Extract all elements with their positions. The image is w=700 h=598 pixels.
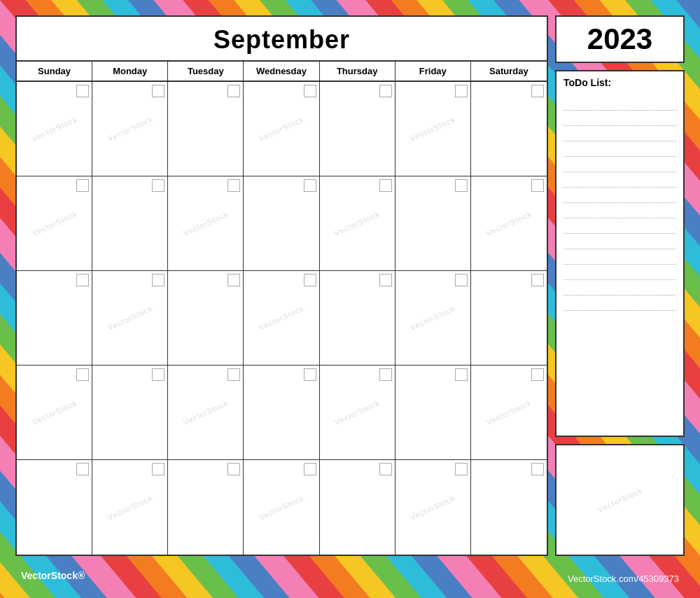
todo-line[interactable] [564,265,676,280]
cell-corner [304,274,316,286]
cell-corner [531,368,544,381]
calendar-cell[interactable]: VectorStock [92,271,168,365]
cell-corner [455,85,468,97]
todo-line[interactable] [564,280,676,295]
calendar-cell[interactable]: VectorStock [17,176,92,270]
calendar-cell[interactable] [168,82,244,176]
watermark: VectorStock [485,209,533,237]
watermark: VectorStock [409,493,456,521]
cell-corner [455,463,468,475]
calendar-cell[interactable]: VectorStock [244,460,319,555]
cell-corner [152,85,164,97]
watermark: VectorStock [182,209,230,237]
day-header-wednesday: Wednesday [244,62,319,81]
calendar-grid: VectorStock VectorStock VectorStock Vect… [17,82,547,555]
todo-box: ToDo List: [555,70,685,437]
calendar-cell[interactable]: VectorStock [17,82,92,176]
cell-corner [304,368,316,381]
cell-corner [455,368,468,381]
todo-line[interactable] [564,188,676,203]
calendar-cell[interactable] [471,82,547,176]
calendar-cell[interactable]: VectorStock [396,271,471,365]
notes-box[interactable]: VectorStock [555,444,685,556]
calendar-row-5: VectorStock VectorStock VectorStock [17,460,547,555]
calendar-section: September Sunday Monday Tuesday Wednesda… [15,15,548,556]
day-header-tuesday: Tuesday [168,62,244,81]
calendar-cell[interactable] [92,176,168,270]
watermark: VectorStock [333,398,381,426]
cell-corner [379,463,392,475]
calendar-cell[interactable]: VectorStock [320,366,396,459]
todo-line[interactable] [564,249,676,265]
todo-line[interactable] [564,157,676,172]
calendar-row-2: VectorStock VectorStock VectorStock Vect… [17,176,547,271]
calendar-cell[interactable]: VectorStock [244,82,319,176]
cell-corner [531,463,544,475]
cell-corner [227,274,240,286]
calendar-cell[interactable]: VectorStock [168,366,244,459]
todo-line[interactable] [564,95,676,111]
calendar-cell[interactable] [244,176,319,270]
calendar-cell[interactable]: VectorStock [396,82,471,176]
cell-corner [455,274,468,286]
calendar-cell[interactable] [396,176,471,270]
todo-line[interactable] [564,111,676,126]
cell-corner [152,368,164,381]
calendar-cell[interactable]: VectorStock [92,460,168,555]
watermark: VectorStock [258,304,305,332]
watermark: VectorStock [30,209,78,237]
calendar-cell[interactable] [17,271,92,365]
cell-corner [76,85,89,97]
cell-corner [76,274,89,286]
calendar-cell[interactable]: VectorStock [471,366,547,459]
brand-name-text: VectorStock [21,570,78,581]
calendar-cell[interactable] [396,366,471,459]
calendar-cell[interactable] [471,271,547,365]
year-label: 2023 [556,22,683,56]
calendar-cell[interactable] [168,271,244,365]
calendar-cell[interactable]: VectorStock [396,460,471,555]
cell-corner [76,368,89,381]
calendar-cell[interactable] [244,366,319,459]
calendar-cell[interactable] [320,460,396,555]
todo-line[interactable] [564,218,676,234]
todo-line[interactable] [564,172,676,188]
watermark: VectorStock [258,115,305,143]
watermark: VectorStock [106,304,154,332]
todo-line[interactable] [564,141,676,157]
cell-corner [531,85,544,97]
calendar-cell[interactable] [471,460,547,555]
todo-line[interactable] [564,126,676,141]
todo-line[interactable] [564,203,676,218]
watermark: VectorStock [485,398,533,426]
watermark: VectorStock [258,493,305,521]
calendar-cell[interactable]: VectorStock [471,176,547,270]
calendar-cell[interactable]: VectorStock [92,82,168,176]
todo-line[interactable] [564,295,676,311]
watermark: VectorStock [30,115,78,143]
cell-corner [227,179,240,192]
cell-corner [531,179,544,192]
calendar-row-3: VectorStock VectorStock VectorStock [17,271,547,366]
cell-corner [379,274,392,286]
cell-corner [379,368,392,381]
watermark: VectorStock [106,493,154,521]
calendar-cell[interactable]: VectorStock [244,271,319,365]
cell-corner [531,274,544,286]
calendar-cell[interactable] [320,82,396,176]
watermark: VectorStock [333,209,381,237]
cell-corner [304,179,316,192]
watermark: VectorStock [182,398,230,426]
calendar-cell[interactable] [17,460,92,555]
calendar-cell[interactable]: VectorStock [17,366,92,459]
bottom-bar: VectorStock® VectorStock.com/45309373 [0,559,700,598]
calendar-cell[interactable]: VectorStock [168,176,244,270]
todo-line[interactable] [564,234,676,249]
calendar-header: Sunday Monday Tuesday Wednesday Thursday… [17,62,547,82]
calendar-row-1: VectorStock VectorStock VectorStock Vect… [17,82,547,176]
cell-corner [304,463,316,475]
calendar-cell[interactable] [168,460,244,555]
calendar-cell[interactable] [320,271,396,365]
calendar-cell[interactable] [92,366,168,459]
calendar-cell[interactable]: VectorStock [320,176,396,270]
